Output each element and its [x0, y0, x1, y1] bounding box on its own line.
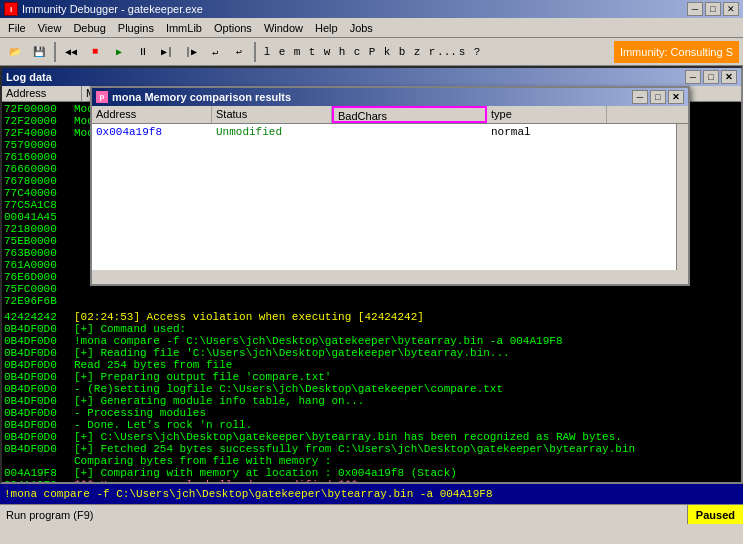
- status-left: Run program (F9): [0, 509, 687, 521]
- shortcut-b[interactable]: b: [395, 43, 409, 61]
- menu-help[interactable]: Help: [309, 20, 344, 36]
- menu-plugins[interactable]: Plugins: [112, 20, 160, 36]
- command-bar[interactable]: !mona compare -f C:\Users\jch\Desktop\ga…: [0, 484, 743, 504]
- log-line: 004A19F8 [+] Comparing with memory at lo…: [4, 467, 739, 479]
- toolbar: 📂 💾 ◀◀ ■ ▶ ⏸ ▶| |▶ ↵ ↩ l e m t w h c P k…: [0, 38, 743, 66]
- close-button[interactable]: ✕: [723, 2, 739, 16]
- menu-debug[interactable]: Debug: [67, 20, 111, 36]
- log-line: 0B4DF0D0 [+] Generating module info tabl…: [4, 395, 739, 407]
- shortcut-q[interactable]: ?: [470, 43, 484, 61]
- toolbar-sep-2: [254, 42, 256, 62]
- shortcut-k[interactable]: k: [380, 43, 394, 61]
- toolbar-step2[interactable]: |▶: [180, 41, 202, 63]
- log-close[interactable]: ✕: [721, 70, 737, 84]
- log-col-address: Address: [2, 86, 82, 101]
- log-maximize[interactable]: □: [703, 70, 719, 84]
- shortcut-m[interactable]: m: [290, 43, 304, 61]
- mona-col-headers: Address Status BadChars type: [92, 106, 688, 124]
- menu-jobs[interactable]: Jobs: [344, 20, 379, 36]
- log-line: 0B4DF0D0 Read 254 bytes from file: [4, 359, 739, 371]
- log-line: Comparing bytes from file with memory :: [4, 455, 739, 467]
- mona-cell-type: normal: [487, 124, 607, 140]
- log-line: 0B4DF0D0 [+] Preparing output file 'comp…: [4, 371, 739, 383]
- log-line: 0B4DF0D0 !mona compare -f C:\Users\jch\D…: [4, 335, 739, 347]
- mona-header-badchars: BadChars: [332, 106, 487, 123]
- brand-label: Immunity: Consulting S: [614, 41, 739, 63]
- toolbar-icon-2[interactable]: 💾: [28, 41, 50, 63]
- mona-header-status: Status: [212, 106, 332, 123]
- maximize-button[interactable]: □: [705, 2, 721, 16]
- toolbar-stop[interactable]: ■: [84, 41, 106, 63]
- mona-scrollbar[interactable]: [676, 124, 688, 270]
- log-title: Log data: [6, 71, 52, 83]
- log-line-hooray: 004A19F8 *** Hooray, normal shellcode un…: [4, 479, 739, 482]
- mona-cell-badchars: [332, 124, 487, 140]
- window-controls: ─ □ ✕: [687, 2, 739, 16]
- mona-icon: p: [96, 91, 108, 103]
- menu-immlib[interactable]: ImmLib: [160, 20, 208, 36]
- toolbar-back[interactable]: ◀◀: [60, 41, 82, 63]
- toolbar-icon-1[interactable]: 📂: [4, 41, 26, 63]
- menu-file[interactable]: File: [2, 20, 32, 36]
- log-minimize[interactable]: ─: [685, 70, 701, 84]
- menu-window[interactable]: Window: [258, 20, 309, 36]
- log-title-buttons: ─ □ ✕: [685, 70, 737, 84]
- status-right: Paused: [687, 505, 743, 524]
- mona-cell-status: Unmodified: [212, 124, 332, 140]
- toolbar-step4[interactable]: ↩: [228, 41, 250, 63]
- menu-bar: File View Debug Plugins ImmLib Options W…: [0, 18, 743, 38]
- shortcut-l[interactable]: l: [260, 43, 274, 61]
- shortcut-h[interactable]: h: [335, 43, 349, 61]
- mona-title-bar: p mona Memory comparison results ─ □ ✕: [92, 88, 688, 106]
- log-line: 0B4DF0D0 [+] Command used:: [4, 323, 739, 335]
- mona-dialog: p mona Memory comparison results ─ □ ✕ A…: [90, 86, 690, 286]
- title-bar: I Immunity Debugger - gatekeeper.exe ─ □…: [0, 0, 743, 18]
- mona-table-row: 0x004a19f8 Unmodified normal: [92, 124, 676, 140]
- mona-title-buttons: ─ □ ✕: [632, 90, 684, 104]
- log-line: 0B4DF0D0 [+] Fetched 254 bytes successfu…: [4, 443, 739, 455]
- toolbar-play[interactable]: ▶: [108, 41, 130, 63]
- log-line-access: 42424242 [02:24:53] Access violation whe…: [4, 311, 739, 323]
- log-line: 0B4DF0D0 [+] C:\Users\jch\Desktop\gateke…: [4, 431, 739, 443]
- log-line: 72E96F6B: [4, 295, 739, 307]
- window-title: Immunity Debugger - gatekeeper.exe: [22, 3, 203, 15]
- menu-view[interactable]: View: [32, 20, 68, 36]
- mona-maximize[interactable]: □: [650, 90, 666, 104]
- shortcut-dots[interactable]: ...: [440, 43, 454, 61]
- mona-header-type: type: [487, 106, 607, 123]
- mona-title: mona Memory comparison results: [112, 91, 291, 103]
- mona-minimize[interactable]: ─: [632, 90, 648, 104]
- shortcut-s[interactable]: s: [455, 43, 469, 61]
- log-title-bar: Log data ─ □ ✕: [2, 68, 741, 86]
- shortcut-t[interactable]: t: [305, 43, 319, 61]
- log-line: 0B4DF0D0 - Processing modules: [4, 407, 739, 419]
- shortcut-P[interactable]: P: [365, 43, 379, 61]
- command-text: !mona compare -f C:\Users\jch\Desktop\ga…: [4, 488, 492, 500]
- status-bar: Run program (F9) Paused: [0, 504, 743, 524]
- mona-content[interactable]: 0x004a19f8 Unmodified normal: [92, 124, 688, 270]
- log-line: 0B4DF0D0 - (Re)setting logfile C:\Users\…: [4, 383, 739, 395]
- minimize-button[interactable]: ─: [687, 2, 703, 16]
- toolbar-sep-1: [54, 42, 56, 62]
- shortcut-z[interactable]: z: [410, 43, 424, 61]
- main-area: Log data ─ □ ✕ Address Message 72F00000 …: [0, 66, 743, 524]
- mona-cell-address: 0x004a19f8: [92, 124, 212, 140]
- menu-options[interactable]: Options: [208, 20, 258, 36]
- toolbar-shortcuts: l e m t w h c P k b z r ... s ?: [260, 43, 484, 61]
- toolbar-step3[interactable]: ↵: [204, 41, 226, 63]
- shortcut-c[interactable]: c: [350, 43, 364, 61]
- toolbar-step[interactable]: ⏸: [132, 41, 154, 63]
- mona-header-address: Address: [92, 106, 212, 123]
- app-icon: I: [4, 2, 18, 16]
- mona-rows: 0x004a19f8 Unmodified normal: [92, 124, 676, 270]
- shortcut-e[interactable]: e: [275, 43, 289, 61]
- toolbar-next[interactable]: ▶|: [156, 41, 178, 63]
- mona-close[interactable]: ✕: [668, 90, 684, 104]
- log-line: 0B4DF0D0 - Done. Let's rock 'n roll.: [4, 419, 739, 431]
- log-line: 0B4DF0D0 [+] Reading file 'C:\Users\jch\…: [4, 347, 739, 359]
- shortcut-w[interactable]: w: [320, 43, 334, 61]
